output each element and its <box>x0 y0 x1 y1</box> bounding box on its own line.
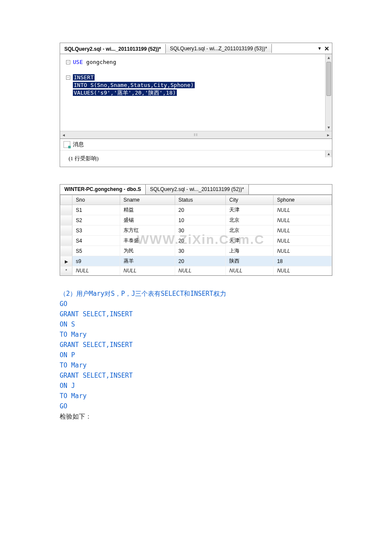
cell-status[interactable]: 30 <box>175 225 226 236</box>
cell-city[interactable]: 陕西 <box>226 256 274 266</box>
tab-sqlquery2-b[interactable]: SQLQuery2.sql - wi..._2011013199 (52))* <box>146 185 249 194</box>
fold-marker-icon[interactable]: − <box>66 75 70 80</box>
col-status[interactable]: Status <box>175 195 226 205</box>
cell-sno[interactable]: S2 <box>72 215 120 225</box>
sql-line: ON J <box>60 381 332 391</box>
cell-sphone[interactable]: NULL <box>274 225 332 236</box>
sql-use-rest: gongcheng <box>83 59 116 65</box>
data-table-window: WINTER-PC.gongcheng - dbo.S SQLQuery2.sq… <box>60 184 332 276</box>
sql-editor-area[interactable]: − USE gongcheng − INSERT INTO S(Sno,Snam… <box>60 54 332 131</box>
table-row[interactable]: ▶s9蒸羊20陕西18 <box>61 256 332 266</box>
table-row[interactable]: *NULLNULLNULLNULLNULL <box>61 266 332 275</box>
cell-sname[interactable]: 为民 <box>120 246 175 256</box>
cell-city[interactable]: NULL <box>226 266 274 275</box>
col-sname[interactable]: Sname <box>120 195 175 205</box>
cell-status[interactable]: 10 <box>175 215 226 225</box>
cell-status[interactable]: 20 <box>175 205 226 215</box>
row-indicator <box>61 225 72 236</box>
sql-line: GRANT SELECT,INSERT <box>60 370 332 381</box>
cell-sno[interactable]: S3 <box>72 225 120 236</box>
col-sphone[interactable]: Sphone <box>274 195 332 205</box>
row-indicator <box>61 236 72 246</box>
row-indicator: * <box>61 266 72 275</box>
tab-sqlquery2[interactable]: SQLQuery2.sql - wi..._2011013199 (52))* <box>60 44 166 53</box>
cell-city[interactable]: 天津 <box>226 236 274 246</box>
sql-insert-line: INSERT <box>73 74 95 81</box>
col-sno[interactable]: Sno <box>72 195 120 205</box>
cell-city[interactable]: 北京 <box>226 215 274 225</box>
sql-comment: （2）用户Mary对S，P，J三个表有SELECT和INSERT权力 <box>60 289 332 299</box>
col-city[interactable]: City <box>226 195 274 205</box>
table-row[interactable]: S1精益20天津NULL <box>61 205 332 215</box>
vertical-scrollbar[interactable]: ▲ ▼ <box>325 54 332 131</box>
cell-status[interactable]: 30 <box>175 246 226 256</box>
table-tab-bar: WINTER-PC.gongcheng - dbo.S SQLQuery2.sq… <box>60 185 332 195</box>
cell-city[interactable]: 上海 <box>226 246 274 256</box>
message-icon <box>63 141 70 148</box>
cell-sphone[interactable]: 18 <box>274 256 332 266</box>
data-grid[interactable]: Sno Sname Status City Sphone S1精益20天津NUL… <box>60 195 332 275</box>
cell-sphone[interactable]: NULL <box>274 236 332 246</box>
sql-line: GO <box>60 299 332 309</box>
row-indicator: ▶ <box>61 256 72 266</box>
cell-sname[interactable]: NULL <box>120 266 175 275</box>
cell-city[interactable]: 天津 <box>226 205 274 215</box>
table-row[interactable]: S4丰泰盛20天津NULL <box>61 236 332 246</box>
cell-status[interactable]: NULL <box>175 266 226 275</box>
sql-check-label: 检验如下： <box>60 411 332 422</box>
tab-table-dbo-s[interactable]: WINTER-PC.gongcheng - dbo.S <box>60 185 146 194</box>
message-tab-bar: 消息 <box>60 139 332 150</box>
scrollbar-thumb[interactable] <box>326 62 331 96</box>
cell-sphone[interactable]: NULL <box>274 266 332 275</box>
cell-sname[interactable]: 精益 <box>120 205 175 215</box>
cell-sno[interactable]: NULL <box>72 266 120 275</box>
cell-sname[interactable]: 盛锡 <box>120 215 175 225</box>
scrollbar-up-icon[interactable]: ▲ <box>326 54 332 61</box>
sql-line: GRANT SELECT,INSERT <box>60 340 332 350</box>
cell-sphone[interactable]: NULL <box>274 215 332 225</box>
sql-line: GO <box>60 401 332 411</box>
cell-sno[interactable]: S5 <box>72 246 120 256</box>
horizontal-scrollbar[interactable]: ◄ ⦀⦀ ► <box>60 131 332 139</box>
close-icon[interactable]: ✕ <box>324 45 329 52</box>
cell-sphone[interactable]: NULL <box>274 246 332 256</box>
tab-window-controls: ▼ ✕ <box>317 45 332 52</box>
sql-use-kw: USE <box>73 59 83 65</box>
table-row[interactable]: S3东方红30北京NULL <box>61 225 332 236</box>
cell-sphone[interactable]: NULL <box>274 205 332 215</box>
cell-sno[interactable]: S4 <box>72 236 120 246</box>
cell-sno[interactable]: S1 <box>72 205 120 215</box>
sql-values-line: VALUES('s9','蒸羊',20,'陕西',18) <box>73 90 177 96</box>
scrollbar-down-icon[interactable]: ▼ <box>326 124 332 131</box>
sql-line: TO Mary <box>60 360 332 370</box>
table-row[interactable]: S5为民30上海NULL <box>61 246 332 256</box>
cell-status[interactable]: 20 <box>175 236 226 246</box>
sql-line: TO Mary <box>60 391 332 401</box>
scrollbar-right-icon[interactable]: ► <box>326 133 330 137</box>
sql-into-line: INTO S(Sno,Sname,Status,City,Sphone) <box>73 82 195 88</box>
row-indicator <box>61 215 72 225</box>
row-header-corner <box>61 195 72 205</box>
fold-marker-icon[interactable]: − <box>66 60 70 64</box>
row-indicator <box>61 205 72 215</box>
message-text: (1 行受影响) <box>69 155 98 162</box>
message-tab-label[interactable]: 消息 <box>73 141 84 148</box>
scrollbar-grip-icon: ⦀⦀ <box>194 133 198 137</box>
message-content: (1 行受影响) ▲ <box>60 150 332 167</box>
cell-sname[interactable]: 丰泰盛 <box>120 236 175 246</box>
cell-sname[interactable]: 蒸羊 <box>120 256 175 266</box>
cell-status[interactable]: 20 <box>175 256 226 266</box>
row-indicator <box>61 246 72 256</box>
cell-sno[interactable]: s9 <box>72 256 120 266</box>
sql-line: ON S <box>60 319 332 330</box>
sql-line: GRANT SELECT,INSERT <box>60 309 332 319</box>
sql-line: TO Mary <box>60 330 332 340</box>
table-row[interactable]: S2盛锡10北京NULL <box>61 215 332 225</box>
dropdown-icon[interactable]: ▼ <box>317 46 322 51</box>
editor-tab-bar: SQLQuery2.sql - wi..._2011013199 (52))* … <box>60 43 332 54</box>
msg-scroll-up-icon[interactable]: ▲ <box>325 150 332 157</box>
scrollbar-left-icon[interactable]: ◄ <box>62 133 66 137</box>
cell-city[interactable]: 北京 <box>226 225 274 236</box>
cell-sname[interactable]: 东方红 <box>120 225 175 236</box>
tab-sqlquery1[interactable]: SQLQuery1.sql - wi...Z_2011013199 (53))* <box>166 44 272 53</box>
